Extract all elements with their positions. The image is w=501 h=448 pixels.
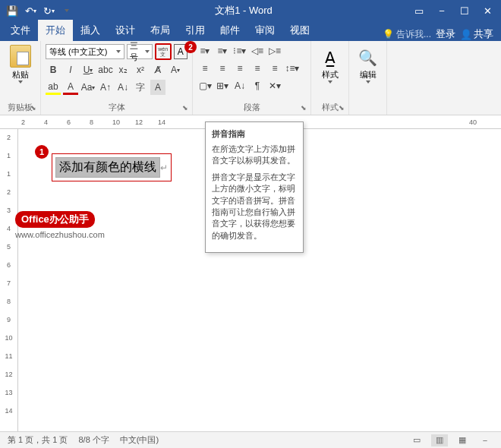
styles-button[interactable]: A̲ 样式: [316, 43, 344, 84]
status-language[interactable]: 中文(中国): [120, 434, 159, 446]
strikethrough-button[interactable]: abc: [98, 62, 113, 77]
tab-layout[interactable]: 布局: [143, 20, 178, 41]
align-center-button[interactable]: ≡: [215, 61, 230, 76]
watermark-badge: Office办公助手: [15, 211, 95, 228]
status-bar: 第 1 页，共 1 页 8/8 个字 中文(中国) ▭ ▥ ▦ −: [0, 431, 501, 448]
sort-button[interactable]: A↓: [232, 78, 247, 93]
styles-label: 样式: [322, 69, 339, 80]
zoom-out-button[interactable]: −: [477, 434, 493, 446]
tab-review[interactable]: 审阅: [247, 20, 282, 41]
tooltip-paragraph: 拼音文字是显示在文字上方的微小文字，标明文字的语音拼写。拼音指南可让您自行输入拼…: [212, 172, 297, 241]
line-spacing-button[interactable]: ↕≡▾: [285, 61, 300, 76]
subscript-button[interactable]: x₂: [115, 62, 131, 77]
shading-button[interactable]: ▢▾: [197, 78, 213, 93]
group-styles: A̲ 样式 样式 ⬊: [311, 41, 349, 115]
status-page[interactable]: 第 1 页，共 1 页: [8, 434, 68, 446]
tab-insert[interactable]: 插入: [73, 20, 108, 41]
paragraph-group-label: 段落: [197, 100, 306, 113]
editing-button[interactable]: 🔍 编辑: [354, 43, 382, 84]
tab-mailings[interactable]: 邮件: [213, 20, 247, 41]
window-controls: ▭ − ☐ ✕: [408, 2, 501, 19]
bold-button[interactable]: B: [46, 62, 61, 77]
title-bar: 💾 ↶▾ ↻▾ 文档1 - Word ▭ − ☐ ✕: [0, 0, 501, 21]
status-word-count[interactable]: 8/8 个字: [78, 434, 109, 446]
read-mode-icon[interactable]: ▭: [408, 434, 425, 446]
borders-button[interactable]: ⊞▾: [215, 78, 230, 93]
watermark-office: Office办公助手 www.officezhushou.com: [15, 211, 105, 239]
underline-button[interactable]: U▾: [80, 62, 96, 77]
align-left-button[interactable]: ≡: [197, 61, 213, 76]
tab-design[interactable]: 设计: [108, 20, 143, 41]
group-paragraph: ≡▾ ≡▾ ⁝≡▾ ◁≡ ▷≡ ≡ ≡ ≡ ≡ ≡ ↕≡▾ ▢▾ ⊞▾ A↓ ¶…: [193, 41, 311, 115]
ribbon: 粘贴 剪贴板 ⬊ 等线 (中文正文) 三号 wén文 A B I U▾ abc …: [0, 41, 501, 115]
superscript-button[interactable]: x²: [133, 62, 148, 77]
signin-link[interactable]: 登录: [436, 27, 455, 41]
tooltip-title: 拼音指南: [212, 128, 297, 140]
justify-button[interactable]: ≡: [250, 61, 265, 76]
bullets-button[interactable]: ≡▾: [197, 43, 213, 58]
callout-badge-2: 2: [184, 41, 197, 53]
selected-text[interactable]: 添加有颜色的横线: [55, 157, 160, 178]
shrink-font-button[interactable]: A↓: [115, 80, 131, 95]
styles-icon: A̲: [319, 46, 342, 69]
tell-me-search[interactable]: 💡告诉我...: [383, 28, 431, 41]
paste-button[interactable]: 粘贴: [5, 43, 36, 85]
font-name-combo[interactable]: 等线 (中文正文): [46, 44, 124, 59]
phonetic-guide-tooltip: 拼音指南 在所选文字上方添加拼音文字以标明其发音。 拼音文字是显示在文字上方的微…: [205, 121, 304, 253]
styles-launcher-icon[interactable]: ⬊: [337, 103, 346, 112]
paste-icon: [10, 45, 31, 68]
tooltip-paragraph: 在所选文字上方添加拼音文字以标明其发音。: [212, 144, 297, 167]
decrease-indent-button[interactable]: ◁≡: [250, 43, 265, 58]
italic-button[interactable]: I: [63, 62, 78, 77]
font-launcher-icon[interactable]: ⬊: [181, 103, 190, 112]
paragraph-launcher-icon[interactable]: ⬊: [299, 103, 308, 112]
vertical-ruler[interactable]: 2 1 1 2 3 4 5 6 7 8 9 10 11 12 13 14: [0, 129, 18, 433]
font-color-button[interactable]: A: [63, 80, 78, 95]
grow-font-button[interactable]: A↑: [98, 80, 113, 95]
text-highlight-button[interactable]: ab: [46, 80, 61, 95]
tab-file[interactable]: 文件: [3, 20, 38, 41]
group-font: 等线 (中文正文) 三号 wén文 A B I U▾ abc x₂ x² A̸ …: [41, 41, 193, 115]
web-layout-icon[interactable]: ▦: [454, 434, 471, 446]
maximize-button[interactable]: ☐: [454, 2, 475, 19]
ribbon-options-icon[interactable]: ▭: [408, 2, 430, 19]
phonetic-guide-button[interactable]: wén文: [155, 43, 172, 60]
undo-icon[interactable]: ↶▾: [24, 5, 36, 17]
font-group-label: 字体: [46, 100, 187, 113]
save-icon[interactable]: 💾: [6, 5, 18, 17]
group-editing: 🔍 编辑: [349, 41, 387, 115]
paste-label: 粘贴: [12, 69, 29, 80]
char-scaling-button[interactable]: A: [150, 80, 165, 95]
close-button[interactable]: ✕: [477, 2, 498, 19]
tab-home[interactable]: 开始: [38, 20, 73, 41]
clipboard-launcher-icon[interactable]: ⬊: [29, 103, 38, 112]
editing-label: 编辑: [360, 69, 377, 80]
qat-customize-icon[interactable]: [61, 5, 73, 17]
distributed-button[interactable]: ≡: [267, 61, 282, 76]
find-icon: 🔍: [357, 46, 380, 69]
show-marks-button[interactable]: ¶: [250, 78, 265, 93]
enclose-char-button[interactable]: 字: [133, 80, 148, 95]
print-layout-icon[interactable]: ▥: [431, 434, 448, 446]
clear-format-button[interactable]: A̸: [150, 62, 165, 77]
quick-access-toolbar: 💾 ↶▾ ↻▾: [0, 5, 79, 17]
minimize-button[interactable]: −: [431, 2, 452, 19]
tab-references[interactable]: 引用: [178, 20, 213, 41]
share-button[interactable]: 👤共享: [460, 27, 493, 41]
redo-icon[interactable]: ↻▾: [43, 5, 55, 17]
font-size-combo[interactable]: 三号: [127, 44, 152, 59]
asian-layout-button[interactable]: ✕▾: [267, 78, 282, 93]
align-right-button[interactable]: ≡: [232, 61, 247, 76]
numbering-button[interactable]: ≡▾: [215, 43, 230, 58]
callout-badge-1: 1: [35, 145, 49, 159]
text-effects-button[interactable]: A▾: [168, 62, 183, 77]
char-shading-button[interactable]: Aa▾: [80, 80, 96, 95]
ribbon-tabs: 文件 开始 插入 设计 布局 引用 邮件 审阅 视图 💡告诉我... 登录 👤共…: [0, 21, 501, 41]
window-title: 文档1 - Word: [79, 4, 408, 17]
tab-view[interactable]: 视图: [282, 20, 317, 41]
group-clipboard: 粘贴 剪贴板 ⬊: [0, 41, 41, 115]
multilevel-button[interactable]: ⁝≡▾: [232, 43, 247, 58]
watermark-url: www.officezhushou.com: [15, 230, 105, 239]
increase-indent-button[interactable]: ▷≡: [267, 43, 282, 58]
